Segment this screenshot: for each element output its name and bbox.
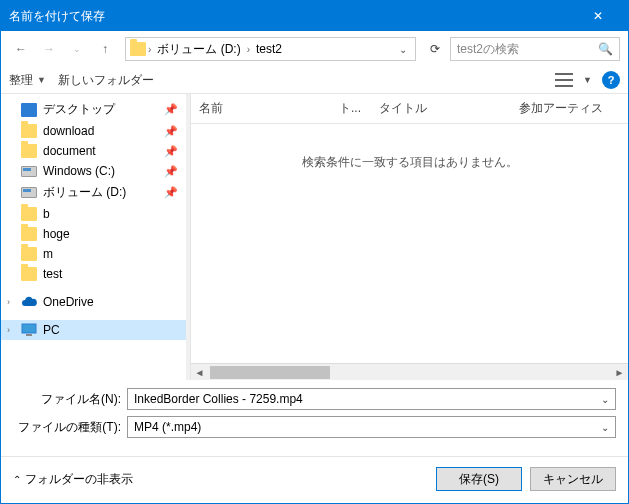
folder-icon (21, 166, 37, 177)
tree-item[interactable]: ›OneDrive (1, 292, 186, 312)
back-button[interactable]: ← (9, 37, 33, 61)
tree-item-label: test (43, 267, 62, 281)
tree-item[interactable]: m (1, 244, 186, 264)
empty-message: 検索条件に一致する項目はありません。 (191, 124, 628, 363)
folder-icon (21, 295, 37, 309)
form-area: ファイル名(N): InkedBorder Collies - 7259.mp4… (1, 380, 628, 452)
pin-icon: 📌 (164, 165, 178, 178)
filetype-select[interactable]: MP4 (*.mp4) ⌄ (127, 416, 616, 438)
breadcrumb-seg[interactable]: test2 (252, 42, 286, 56)
tree-item-label: ボリューム (D:) (43, 184, 126, 201)
filetype-label: ファイルの種類(T): (13, 419, 121, 436)
tree-item-label: OneDrive (43, 295, 94, 309)
tree-item-label: デスクトップ (43, 101, 115, 118)
pin-icon: 📌 (164, 186, 178, 199)
pin-icon: 📌 (164, 125, 178, 138)
breadcrumb-dropdown-icon[interactable]: ⌄ (395, 44, 411, 55)
svg-rect-1 (26, 334, 32, 336)
save-button[interactable]: 保存(S) (436, 467, 522, 491)
filename-input[interactable]: InkedBorder Collies - 7259.mp4 ⌄ (127, 388, 616, 410)
chevron-down-icon[interactable]: ⌄ (601, 422, 609, 433)
breadcrumb-seg[interactable]: ボリューム (D:) (153, 41, 244, 58)
tree-item-label: hoge (43, 227, 70, 241)
col-artist[interactable]: 参加アーティス (519, 100, 620, 117)
svg-rect-0 (22, 324, 36, 333)
scroll-right-icon[interactable]: ► (611, 367, 628, 378)
tree-item[interactable]: document📌 (1, 141, 186, 161)
chevron-right-icon: › (247, 44, 250, 55)
close-icon[interactable]: ✕ (575, 9, 620, 23)
folder-icon (21, 247, 37, 261)
new-folder-button[interactable]: 新しいフォルダー (58, 72, 154, 89)
history-dropdown[interactable]: ⌄ (65, 37, 89, 61)
col-title[interactable]: タイトル (379, 100, 519, 117)
column-headers: 名前 ト... タイトル 参加アーティス (191, 94, 628, 124)
cancel-button[interactable]: キャンセル (530, 467, 616, 491)
toolbar: 整理 ▼ 新しいフォルダー ▼ ? (1, 67, 628, 94)
folder-icon (21, 124, 37, 138)
col-track[interactable]: ト... (339, 100, 379, 117)
folder-icon (21, 187, 37, 198)
help-icon[interactable]: ? (602, 71, 620, 89)
tree-item[interactable]: test (1, 264, 186, 284)
window-title: 名前を付けて保存 (9, 8, 575, 25)
folder-icon (21, 227, 37, 241)
folder-icon (21, 323, 37, 337)
breadcrumb[interactable]: › ボリューム (D:) › test2 ⌄ (125, 37, 416, 61)
refresh-icon[interactable]: ⟳ (424, 42, 446, 56)
chevron-right-icon[interactable]: › (7, 297, 10, 307)
tree-item-label: m (43, 247, 53, 261)
view-options-icon[interactable] (555, 73, 573, 87)
chevron-up-icon: ⌃ (13, 474, 21, 485)
tree-item[interactable]: b (1, 204, 186, 224)
tree-item-label: PC (43, 323, 60, 337)
tree-item[interactable]: hoge (1, 224, 186, 244)
main-area: デスクトップ📌download📌document📌Windows (C:)📌ボリ… (1, 94, 628, 380)
chevron-right-icon[interactable]: › (7, 325, 10, 335)
folder-icon (21, 144, 37, 158)
nav-tree[interactable]: デスクトップ📌download📌document📌Windows (C:)📌ボリ… (1, 94, 186, 380)
tree-item[interactable]: download📌 (1, 121, 186, 141)
tree-item[interactable]: デスクトップ📌 (1, 98, 186, 121)
titlebar: 名前を付けて保存 ✕ (1, 1, 628, 31)
chevron-down-icon: ▼ (37, 75, 46, 85)
horizontal-scrollbar[interactable]: ◄ ► (191, 363, 628, 380)
tree-item[interactable]: ボリューム (D:)📌 (1, 181, 186, 204)
chevron-down-icon[interactable]: ▼ (583, 75, 592, 85)
search-input[interactable]: test2の検索 🔍 (450, 37, 620, 61)
search-icon[interactable]: 🔍 (598, 42, 613, 56)
chevron-down-icon[interactable]: ⌄ (601, 394, 609, 405)
col-name[interactable]: 名前 (199, 100, 339, 117)
file-list: 名前 ト... タイトル 参加アーティス 検索条件に一致する項目はありません。 … (190, 94, 628, 380)
tree-item[interactable]: Windows (C:)📌 (1, 161, 186, 181)
tree-item-label: download (43, 124, 94, 138)
navbar: ← → ⌄ ↑ › ボリューム (D:) › test2 ⌄ ⟳ test2の検… (1, 31, 628, 67)
folder-icon (21, 103, 37, 117)
hide-folders-toggle[interactable]: ⌃ フォルダーの非表示 (13, 471, 133, 488)
up-button[interactable]: ↑ (93, 37, 117, 61)
tree-item-label: Windows (C:) (43, 164, 115, 178)
scroll-left-icon[interactable]: ◄ (191, 367, 208, 378)
pin-icon: 📌 (164, 145, 178, 158)
folder-icon (130, 42, 146, 56)
scroll-thumb[interactable] (210, 366, 330, 379)
tree-item-label: b (43, 207, 50, 221)
search-placeholder: test2の検索 (457, 41, 519, 58)
folder-icon (21, 267, 37, 281)
bottom-bar: ⌃ フォルダーの非表示 保存(S) キャンセル (1, 456, 628, 503)
organize-menu[interactable]: 整理 ▼ (9, 72, 46, 89)
pin-icon: 📌 (164, 103, 178, 116)
folder-icon (21, 207, 37, 221)
forward-button[interactable]: → (37, 37, 61, 61)
chevron-right-icon: › (148, 44, 151, 55)
tree-item[interactable]: ›PC (1, 320, 186, 340)
filename-label: ファイル名(N): (13, 391, 121, 408)
tree-item-label: document (43, 144, 96, 158)
